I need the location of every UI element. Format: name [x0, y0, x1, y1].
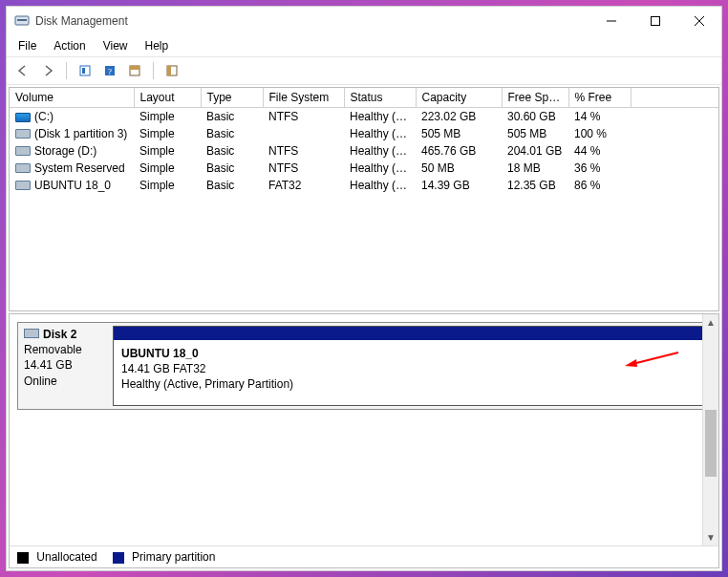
col-fs[interactable]: File System [263, 88, 344, 108]
volume-type: Basic [201, 160, 263, 177]
table-header-row: Volume Layout Type File System Status Ca… [10, 88, 718, 108]
volume-pct: 14 % [568, 108, 631, 125]
volume-table[interactable]: Volume Layout Type File System Status Ca… [10, 88, 718, 194]
volume-type: Basic [201, 108, 263, 125]
svg-rect-10 [167, 66, 171, 75]
volume-icon [15, 146, 31, 156]
volume-status: Healthy (P... [344, 142, 416, 160]
volume-free: 204.01 GB [502, 142, 568, 160]
volume-fs: FAT32 [263, 177, 344, 194]
volume-fs: NTFS [263, 160, 344, 177]
layout-top-button[interactable] [124, 60, 145, 81]
col-volume[interactable]: Volume [10, 88, 134, 108]
volume-capacity: 223.02 GB [416, 108, 502, 125]
legend-primary-label: Primary partition [132, 550, 215, 564]
vertical-scrollbar[interactable]: ▲ ▼ [702, 314, 718, 545]
legend-primary: Primary partition [113, 550, 216, 564]
volume-type: Basic [201, 125, 263, 142]
disk-partitions: UBUNTU 18_0 14.41 GB FAT32 Healthy (Acti… [110, 323, 710, 409]
disk-media: Removable [24, 342, 104, 357]
volume-layout: Simple [134, 108, 201, 125]
table-row[interactable]: UBUNTU 18_0SimpleBasicFAT32Healthy (A...… [10, 177, 718, 194]
menu-help[interactable]: Help [138, 37, 177, 54]
menu-view[interactable]: View [96, 37, 136, 54]
volume-pct: 36 % [568, 160, 631, 177]
volume-name: System Reserved [34, 161, 125, 175]
scroll-thumb[interactable] [705, 410, 717, 477]
toolbar: ? [7, 57, 721, 85]
scroll-up-icon[interactable]: ▲ [703, 314, 718, 331]
titlebar: Disk Management [7, 7, 721, 35]
disk-scroll-area: Disk 2 Removable 14.41 GB Online UBUNTU … [10, 314, 718, 545]
forward-button[interactable] [37, 60, 58, 81]
disk-state: Online [24, 374, 104, 389]
volume-capacity: 505 MB [416, 125, 502, 142]
legend-unallocated: Unallocated [17, 550, 97, 564]
disk-row[interactable]: Disk 2 Removable 14.41 GB Online UBUNTU … [17, 322, 711, 410]
minimize-button[interactable] [589, 7, 633, 35]
content-area: Volume Layout Type File System Status Ca… [7, 85, 721, 570]
volume-layout: Simple [134, 177, 201, 194]
disk-management-icon [14, 13, 30, 29]
volume-type: Basic [201, 177, 263, 194]
close-button[interactable] [677, 7, 721, 35]
disk-size: 14.41 GB [24, 357, 104, 373]
disk-graphical-panel: Disk 2 Removable 14.41 GB Online UBUNTU … [9, 313, 719, 568]
volume-icon [15, 181, 31, 190]
legend: Unallocated Primary partition [10, 545, 718, 567]
col-type[interactable]: Type [201, 88, 263, 108]
legend-unallocated-label: Unallocated [36, 550, 96, 564]
volume-type: Basic [201, 142, 263, 160]
volume-list-panel: Volume Layout Type File System Status Ca… [9, 87, 719, 311]
svg-rect-8 [130, 66, 139, 70]
svg-rect-4 [82, 68, 85, 74]
volume-pct: 44 % [568, 142, 631, 160]
volume-pct: 100 % [568, 125, 631, 142]
back-button[interactable] [12, 60, 33, 81]
volume-fs: NTFS [263, 142, 344, 160]
scroll-down-icon[interactable]: ▼ [703, 529, 718, 545]
menu-file[interactable]: File [11, 37, 44, 54]
disk-icon [24, 329, 39, 338]
partition-box[interactable]: UBUNTU 18_0 14.41 GB FAT32 Healthy (Acti… [113, 326, 707, 406]
toolbar-separator [153, 62, 154, 79]
volume-free: 30.60 GB [502, 108, 568, 125]
volume-name: Storage (D:) [34, 144, 96, 158]
volume-icon [15, 163, 31, 173]
layout-bottom-button[interactable] [161, 60, 182, 81]
volume-capacity: 14.39 GB [416, 177, 502, 194]
help-button[interactable]: ? [99, 60, 120, 81]
volume-free: 12.35 GB [502, 177, 568, 194]
volume-name: (C:) [34, 110, 54, 123]
volume-name: (Disk 1 partition 3) [34, 127, 127, 140]
table-row[interactable]: Storage (D:)SimpleBasicNTFSHealthy (P...… [10, 142, 718, 160]
volume-layout: Simple [134, 142, 201, 160]
volume-free: 505 MB [502, 125, 568, 142]
volume-status: Healthy (S... [344, 160, 416, 177]
col-free[interactable]: Free Spa... [502, 88, 568, 108]
volume-status: Healthy (B... [344, 108, 416, 125]
window-title: Disk Management [35, 14, 589, 28]
col-status[interactable]: Status [344, 88, 416, 108]
partition-stripe [114, 327, 706, 340]
col-layout[interactable]: Layout [134, 88, 201, 108]
toolbar-separator [66, 62, 67, 79]
maximize-button[interactable] [633, 7, 677, 35]
col-pct[interactable]: % Free [568, 88, 631, 108]
volume-layout: Simple [134, 125, 201, 142]
disk-name: Disk 2 [43, 328, 76, 341]
volume-fs [263, 125, 344, 142]
col-capacity[interactable]: Capacity [416, 88, 502, 108]
col-extra[interactable] [631, 88, 718, 108]
svg-rect-2 [652, 17, 660, 26]
table-row[interactable]: System ReservedSimpleBasicNTFSHealthy (S… [10, 160, 718, 177]
volume-status: Healthy (R... [344, 125, 416, 142]
menu-action[interactable]: Action [46, 37, 93, 54]
table-row[interactable]: (C:)SimpleBasicNTFSHealthy (B...223.02 G… [10, 108, 718, 125]
partition-status: Healthy (Active, Primary Partition) [121, 377, 293, 391]
table-row[interactable]: (Disk 1 partition 3)SimpleBasicHealthy (… [10, 125, 718, 142]
svg-text:?: ? [108, 67, 112, 76]
window-controls [589, 7, 721, 35]
refresh-button[interactable] [75, 60, 96, 81]
legend-swatch-primary [113, 552, 124, 564]
